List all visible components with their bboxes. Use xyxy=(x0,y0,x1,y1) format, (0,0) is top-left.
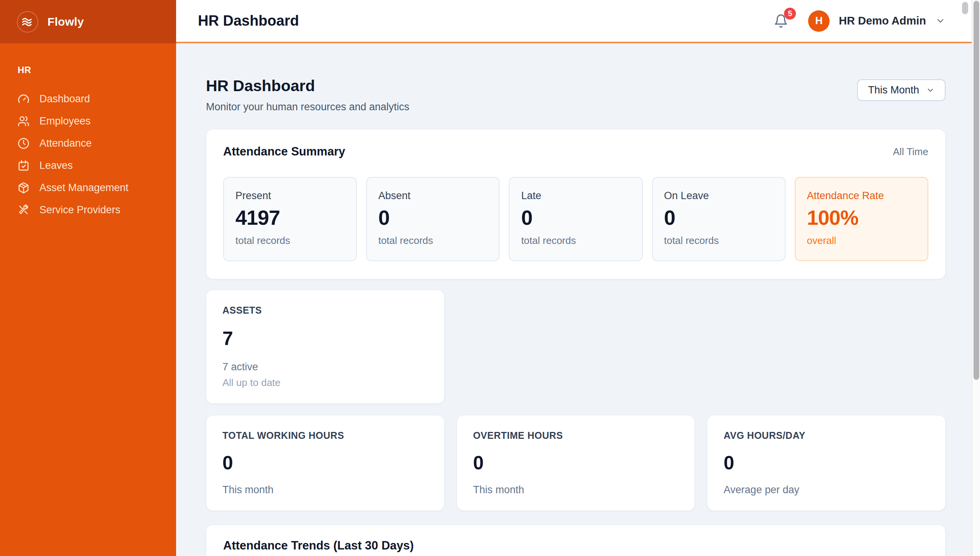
tile-sub: total records xyxy=(664,235,773,247)
gauge-icon xyxy=(18,93,29,105)
package-icon xyxy=(18,182,29,194)
card-value: 0 xyxy=(473,452,679,474)
card-label: AVG HOURS/DAY xyxy=(724,430,929,441)
tile-sub: total records xyxy=(378,235,487,247)
tile-label: Late xyxy=(521,190,630,202)
card-value: 0 xyxy=(222,452,428,474)
assets-card: ASSETS 7 7 active All up to date xyxy=(206,290,444,404)
attendance-summary-title: Attendance Summary xyxy=(223,145,345,159)
chart-title: Attendance Trends (Last 30 Days) xyxy=(223,539,928,553)
tile-attendance-rate: Attendance Rate 100% overall xyxy=(795,177,928,261)
user-name: HR Demo Admin xyxy=(839,15,926,27)
period-filter-select[interactable]: This Month xyxy=(857,79,946,101)
attendance-summary-card: Attendance Summary All Time Present 4197… xyxy=(206,129,946,279)
tile-late: Late 0 total records xyxy=(509,177,642,261)
tile-label: Attendance Rate xyxy=(807,190,916,202)
assets-value: 7 xyxy=(222,327,428,350)
tile-sub: total records xyxy=(521,235,630,247)
overtime-hours-card: OVERTIME HOURS 0 This month xyxy=(457,415,695,511)
tile-value: 100% xyxy=(807,206,916,229)
window-scrollbar-thumb[interactable] xyxy=(973,1,979,380)
notifications-button[interactable]: 5 xyxy=(774,14,788,28)
sidebar: Flowly HR Dashboard Employees Attendance… xyxy=(0,0,176,556)
assets-label: ASSETS xyxy=(222,305,428,316)
tile-label: Absent xyxy=(378,190,487,202)
tile-value: 0 xyxy=(378,206,487,229)
card-sub: This month xyxy=(473,484,679,496)
summary-tiles: Present 4197 total records Absent 0 tota… xyxy=(223,177,928,261)
avg-hours-day-card: AVG HOURS/DAY 0 Average per day xyxy=(707,415,946,511)
card-value: 0 xyxy=(724,452,929,474)
tile-sub: total records xyxy=(235,235,345,247)
card-sub: This month xyxy=(222,484,428,496)
tile-value: 0 xyxy=(664,206,773,229)
tile-value: 0 xyxy=(521,206,630,229)
assets-row: ASSETS 7 7 active All up to date xyxy=(206,290,946,404)
page-head: HR Dashboard Monitor your human resource… xyxy=(206,77,946,113)
total-working-hours-card: TOTAL WORKING HOURS 0 This month xyxy=(206,415,444,511)
tile-value: 4197 xyxy=(235,206,345,229)
page-subtitle: Monitor your human resources and analyti… xyxy=(206,101,409,113)
period-filter-value: This Month xyxy=(868,84,919,96)
card-sub: Average per day xyxy=(724,484,929,496)
tile-sub: overall xyxy=(807,235,916,247)
content: HR Dashboard Monitor your human resource… xyxy=(176,43,980,556)
sidebar-item-label: Employees xyxy=(39,115,91,127)
users-icon xyxy=(18,115,29,127)
page-title: HR Dashboard xyxy=(206,77,409,95)
calendar-check-icon xyxy=(18,160,29,172)
attendance-trends-card: Attendance Trends (Last 30 Days) Present… xyxy=(206,525,946,556)
sidebar-item-label: Attendance xyxy=(39,137,92,149)
sidebar-item-label: Asset Management xyxy=(39,182,129,194)
chevron-down-icon xyxy=(935,16,946,26)
page-head-text: HR Dashboard Monitor your human resource… xyxy=(206,77,409,113)
clock-icon xyxy=(18,137,29,149)
sidebar-item-service-providers[interactable]: Service Providers xyxy=(18,199,167,221)
sidebar-nav: HR Dashboard Employees Attendance Leaves… xyxy=(0,43,176,221)
tile-label: Present xyxy=(235,190,345,202)
tile-on-leave: On Leave 0 total records xyxy=(652,177,786,261)
content-scrollbar-thumb[interactable] xyxy=(962,2,968,14)
wave-icon xyxy=(17,11,38,33)
hours-row: TOTAL WORKING HOURS 0 This month OVERTIM… xyxy=(206,415,946,511)
attendance-summary-head: Attendance Summary All Time xyxy=(223,145,928,159)
topbar: HR Dashboard 5 H HR Demo Admin xyxy=(176,0,980,43)
window-scrollbar[interactable] xyxy=(972,0,980,556)
card-label: OVERTIME HOURS xyxy=(473,430,679,441)
sidebar-item-asset-management[interactable]: Asset Management xyxy=(18,177,167,199)
user-menu[interactable]: H HR Demo Admin xyxy=(808,10,946,32)
sidebar-item-leaves[interactable]: Leaves xyxy=(18,154,167,177)
card-label: TOTAL WORKING HOURS xyxy=(222,430,428,441)
sidebar-item-attendance[interactable]: Attendance xyxy=(18,132,167,154)
notification-badge: 5 xyxy=(784,8,796,20)
tile-present: Present 4197 total records xyxy=(223,177,357,261)
avatar: H xyxy=(808,10,830,32)
tools-icon xyxy=(18,204,29,216)
sidebar-item-label: Dashboard xyxy=(39,93,90,105)
sidebar-logo-area[interactable]: Flowly xyxy=(0,0,176,43)
app-root: Flowly HR Dashboard Employees Attendance… xyxy=(0,0,980,556)
brand-name: Flowly xyxy=(47,15,84,28)
sidebar-item-dashboard[interactable]: Dashboard xyxy=(18,88,167,110)
sidebar-item-employees[interactable]: Employees xyxy=(18,110,167,132)
chevron-down-icon xyxy=(926,86,935,95)
sidebar-item-label: Service Providers xyxy=(39,204,121,216)
assets-active-count: 7 active xyxy=(222,361,428,373)
sidebar-item-label: Leaves xyxy=(39,160,73,172)
assets-status: All up to date xyxy=(222,377,428,389)
scope-label: All Time xyxy=(893,146,928,158)
topbar-actions: 5 H HR Demo Admin xyxy=(774,10,946,32)
tile-label: On Leave xyxy=(664,190,773,202)
topbar-title: HR Dashboard xyxy=(198,13,299,29)
nav-section-label: HR xyxy=(18,65,167,75)
main-column: HR Dashboard 5 H HR Demo Admin HR Da xyxy=(176,0,980,556)
tile-absent: Absent 0 total records xyxy=(366,177,500,261)
